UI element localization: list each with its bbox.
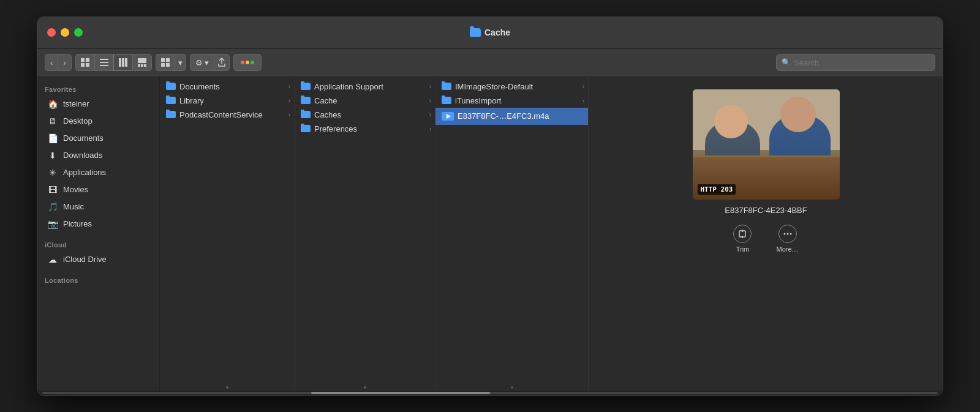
sidebar-item-documents[interactable]: 📄 Documents: [40, 130, 157, 147]
svg-rect-3: [86, 63, 89, 67]
trim-button[interactable]: Trim: [733, 225, 752, 253]
col2-item-cache[interactable]: Cache ›: [295, 94, 435, 108]
column-2-scroll[interactable]: Application Support › Cache › Caches ›: [295, 77, 435, 384]
close-button[interactable]: [47, 28, 56, 37]
view-options-button[interactable]: [156, 54, 175, 71]
cloud-icon: ☁: [47, 254, 58, 265]
downloads-icon: ⬇: [47, 150, 58, 161]
more-button[interactable]: More…: [776, 225, 798, 253]
sidebar: Favorites 🏠 tsteiner 🖥 Desktop 📄 Documen…: [37, 77, 160, 391]
svg-point-18: [241, 61, 244, 64]
svg-rect-16: [161, 63, 165, 67]
view-buttons: [75, 54, 152, 71]
sidebar-item-tsteiner[interactable]: 🏠 tsteiner: [40, 96, 157, 113]
col2-item-caches[interactable]: Caches ›: [295, 108, 435, 122]
sidebar-item-pictures[interactable]: 📷 Pictures: [40, 215, 157, 233]
sidebar-item-downloads[interactable]: ⬇ Downloads: [40, 147, 157, 164]
col2-resize-handle[interactable]: [295, 384, 435, 391]
title-folder-icon: [470, 28, 481, 37]
gear-action-button[interactable]: ⚙ ▾: [190, 54, 214, 71]
locations-section-label: Locations: [37, 273, 159, 287]
scrollbar-track[interactable]: [42, 392, 938, 394]
svg-rect-9: [125, 58, 127, 67]
home-icon: 🏠: [47, 99, 58, 110]
list-view-button[interactable]: [94, 54, 113, 71]
svg-rect-15: [166, 58, 170, 62]
svg-point-25: [786, 233, 788, 234]
chevron-right-icon: ›: [582, 97, 584, 104]
col3-resize-handle[interactable]: [435, 384, 588, 391]
folder-icon: [301, 111, 311, 118]
title-text: Cache: [484, 28, 510, 37]
preview-filename: E837F8FC-4E23-4BBF: [725, 206, 807, 215]
svg-rect-14: [161, 58, 165, 62]
share-button[interactable]: [214, 54, 230, 71]
sidebar-label-movies: Movies: [63, 185, 88, 194]
video-file-icon: [442, 110, 454, 122]
chevron-right-icon: ›: [288, 97, 290, 104]
svg-rect-1: [86, 58, 89, 62]
col1-label-podcast: PodcastContentService: [179, 110, 263, 119]
col1-resize-handle[interactable]: [160, 384, 294, 391]
icloud-section-label: iCloud: [37, 238, 159, 251]
forward-button[interactable]: ›: [58, 54, 71, 71]
sidebar-label-pictures: Pictures: [63, 219, 92, 228]
svg-rect-13: [144, 64, 146, 67]
sidebar-label-music: Music: [63, 202, 84, 211]
horizontal-scrollbar[interactable]: [37, 391, 943, 395]
col1-item-documents[interactable]: Documents ›: [160, 80, 294, 94]
resize-dot: [364, 386, 366, 389]
column-3-scroll[interactable]: IMImageStore-Default › iTunesImport › E8…: [435, 77, 588, 384]
column-1-scroll[interactable]: Documents › Library › PodcastContentServ…: [160, 77, 294, 384]
trim-label: Trim: [736, 245, 750, 253]
sidebar-item-music[interactable]: 🎵 Music: [40, 198, 157, 215]
view-dropdown-arrow[interactable]: ▾: [175, 54, 186, 71]
sidebar-item-movies[interactable]: 🎞 Movies: [40, 181, 157, 198]
col1-item-podcast[interactable]: PodcastContentService ›: [160, 108, 294, 122]
tag-button[interactable]: [233, 54, 262, 71]
col3-item-imimagestore[interactable]: IMImageStore-Default ›: [435, 80, 588, 94]
col3-item-e837[interactable]: E837F8FC-…E4FC3.m4a: [435, 108, 588, 125]
trim-icon: [733, 225, 752, 243]
search-input[interactable]: [794, 58, 930, 67]
svg-rect-12: [141, 64, 143, 67]
col2-item-preferences[interactable]: Preferences ›: [295, 122, 435, 136]
sidebar-item-applications[interactable]: ✳ Applications: [40, 164, 157, 181]
col2-item-app-support[interactable]: Application Support ›: [295, 80, 435, 94]
sidebar-label-desktop: Desktop: [63, 116, 92, 125]
col3-item-itunesimport[interactable]: iTunesImport ›: [435, 94, 588, 108]
icon-view-button[interactable]: [75, 54, 94, 71]
sidebar-label-icloud-drive: iCloud Drive: [63, 255, 107, 264]
column-view-button[interactable]: [113, 54, 132, 71]
column-2: Application Support › Cache › Caches ›: [295, 77, 435, 391]
col1-item-library[interactable]: Library ›: [160, 94, 294, 108]
svg-rect-11: [138, 64, 140, 67]
sidebar-item-desktop[interactable]: 🖥 Desktop: [40, 113, 157, 130]
action-buttons: ⚙ ▾: [190, 54, 230, 71]
more-label: More…: [776, 245, 798, 253]
back-button[interactable]: ‹: [45, 54, 58, 71]
preview-image: HTTP 203: [693, 89, 840, 200]
sidebar-label-documents: Documents: [63, 133, 104, 143]
view-options-dropdown: ▾: [156, 54, 186, 71]
col1-label-documents: Documents: [179, 82, 220, 91]
sidebar-label-tsteiner: tsteiner: [63, 99, 89, 108]
minimize-button[interactable]: [61, 28, 69, 37]
search-bar[interactable]: 🔍: [776, 54, 935, 71]
http203-badge: HTTP 203: [698, 184, 736, 195]
gallery-view-button[interactable]: [132, 54, 152, 71]
col2-label-preferences: Preferences: [314, 124, 357, 133]
chevron-right-icon: ›: [429, 125, 431, 132]
chevron-down-icon: ▾: [178, 58, 183, 67]
svg-rect-2: [81, 63, 85, 67]
video-thumb: [442, 112, 454, 121]
svg-rect-8: [122, 58, 124, 67]
gear-dropdown-arrow: ▾: [205, 58, 209, 67]
folder-icon: [301, 97, 311, 104]
maximize-button[interactable]: [74, 28, 83, 37]
nav-buttons: ‹ ›: [45, 54, 72, 71]
column-1: Documents › Library › PodcastContentServ…: [160, 77, 295, 391]
col2-label-app-support: Application Support: [314, 82, 383, 91]
scrollbar-thumb[interactable]: [311, 392, 490, 394]
sidebar-item-icloud-drive[interactable]: ☁ iCloud Drive: [40, 251, 157, 268]
